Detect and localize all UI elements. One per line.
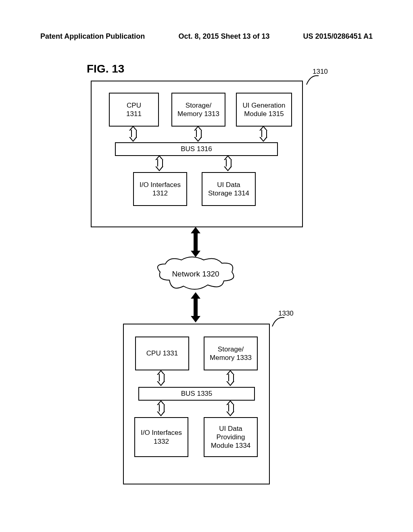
header-center: Oct. 8, 2015 Sheet 13 of 13 <box>178 32 269 41</box>
block-bus-1335: BUS 1335 <box>138 387 255 401</box>
ref-1330: 1330 <box>270 314 286 330</box>
block-io-1312: I/O Interfaces 1312 <box>133 172 187 206</box>
block-storage-1333: Storage/ Memory 1333 <box>204 337 258 370</box>
arrow-storage-bus-bottom <box>226 370 234 386</box>
arrow-bus-io <box>155 155 163 171</box>
diagram: 1310 CPU 1311 Storage/ Memory 1313 UI Ge… <box>91 75 317 490</box>
arrow-bus-uiprov-bottom <box>226 400 234 416</box>
block-uiprov-1334: UI Data Providing Module 1334 <box>204 417 258 457</box>
arrow-network-to-bottom <box>192 292 199 322</box>
arrow-cpu-bus-bottom <box>157 370 165 386</box>
arrow-bus-uidata <box>224 155 232 171</box>
arrow-cpu-bus <box>129 126 137 142</box>
arrow-bus-io-bottom <box>157 400 165 416</box>
arrow-top-to-network <box>192 227 199 257</box>
block-cpu-1331: CPU 1331 <box>135 337 189 370</box>
block-cpu-1311: CPU 1311 <box>109 93 159 127</box>
arrow-uigen-bus <box>259 126 267 142</box>
block-uigen-1315: UI Generation Module 1315 <box>236 93 292 127</box>
header-left: Patent Application Publication <box>40 32 145 41</box>
network-cloud: Network 1320 <box>155 256 236 292</box>
arrow-storage-bus <box>194 126 202 142</box>
block-io-1332: I/O Interfaces 1332 <box>134 417 188 457</box>
block-uidata-1314: UI Data Storage 1314 <box>202 172 256 206</box>
figure-label: FIG. 13 <box>87 62 124 75</box>
block-bus-1316: BUS 1316 <box>115 142 278 156</box>
page-header: Patent Application Publication Oct. 8, 2… <box>40 32 373 41</box>
block-storage-1313: Storage/ Memory 1313 <box>171 93 225 127</box>
ref-1310: 1310 <box>305 73 321 89</box>
header-right: US 2015/0286451 A1 <box>303 32 373 41</box>
